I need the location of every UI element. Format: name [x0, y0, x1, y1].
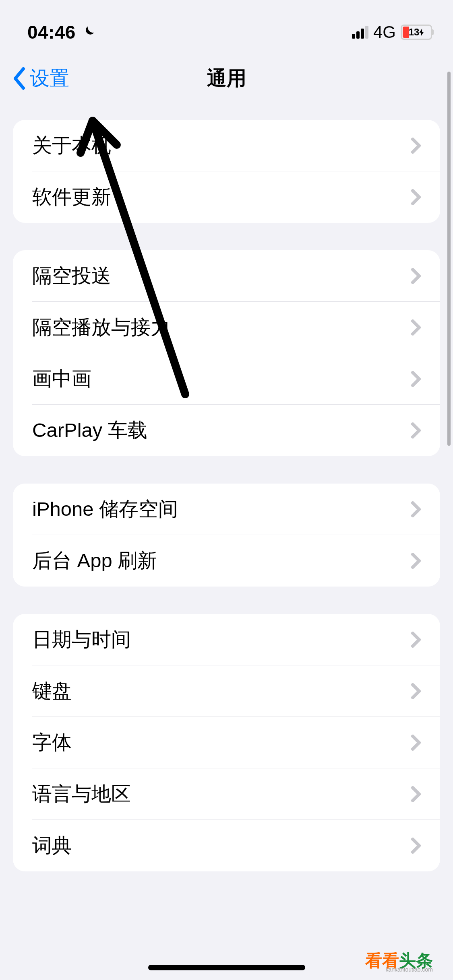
charging-icon: [419, 29, 424, 36]
chevron-left-icon: [12, 67, 27, 90]
back-label: 设置: [30, 65, 69, 92]
section-system: 日期与时间 键盘 字体 语言与地区 词典: [13, 614, 440, 871]
row-label: 隔空投送: [32, 263, 111, 289]
row-background-refresh[interactable]: 后台 App 刷新: [13, 535, 440, 587]
chevron-right-icon: [411, 268, 421, 284]
section-airdrop: 隔空投送 隔空播放与接力 画中画 CarPlay 车载: [13, 250, 440, 456]
status-right: 4G 13: [352, 23, 432, 42]
chevron-right-icon: [411, 422, 421, 439]
page-title: 通用: [207, 65, 246, 92]
row-label: CarPlay 车载: [32, 417, 147, 444]
row-airplay-handoff[interactable]: 隔空播放与接力: [13, 302, 440, 353]
status-time: 04:46: [27, 21, 76, 43]
chevron-right-icon: [411, 632, 421, 648]
chevron-right-icon: [411, 189, 421, 205]
row-label: 画中画: [32, 366, 91, 392]
row-label: 字体: [32, 729, 72, 756]
row-label: 关于本机: [32, 132, 111, 159]
row-software-update[interactable]: 软件更新: [13, 171, 440, 223]
watermark-url: kankantoutiao.com: [385, 966, 433, 973]
row-label: 日期与时间: [32, 626, 131, 653]
moon-icon: [81, 25, 96, 40]
chevron-right-icon: [411, 838, 421, 854]
row-carplay[interactable]: CarPlay 车载: [13, 405, 440, 456]
row-dictionary[interactable]: 词典: [13, 820, 440, 871]
back-button[interactable]: 设置: [12, 65, 69, 92]
battery-icon: 13: [401, 25, 432, 40]
row-language-region[interactable]: 语言与地区: [13, 768, 440, 820]
row-label: 语言与地区: [32, 781, 131, 807]
row-label: 软件更新: [32, 184, 111, 210]
row-keyboard[interactable]: 键盘: [13, 665, 440, 717]
chevron-right-icon: [411, 683, 421, 699]
chevron-right-icon: [411, 786, 421, 802]
chevron-right-icon: [411, 138, 421, 154]
home-indicator[interactable]: [148, 965, 305, 970]
content: 关于本机 软件更新 隔空投送 隔空播放与接力 画中画 CarPlay 车载 iP…: [0, 120, 453, 871]
row-date-time[interactable]: 日期与时间: [13, 614, 440, 665]
nav-bar: 设置 通用: [0, 52, 453, 105]
watermark: 看看头条 kankantoutiao.com: [365, 949, 433, 972]
row-airdrop[interactable]: 隔空投送: [13, 250, 440, 302]
row-label: 词典: [32, 832, 72, 859]
network-type: 4G: [373, 23, 396, 42]
status-bar: 04:46 4G 13: [0, 0, 453, 52]
row-pip[interactable]: 画中画: [13, 353, 440, 405]
battery-level: 13: [409, 27, 420, 38]
chevron-right-icon: [411, 371, 421, 387]
scroll-indicator[interactable]: [447, 72, 451, 446]
row-font[interactable]: 字体: [13, 717, 440, 768]
row-label: 键盘: [32, 678, 72, 704]
section-about: 关于本机 软件更新: [13, 120, 440, 223]
row-about[interactable]: 关于本机: [13, 120, 440, 171]
chevron-right-icon: [411, 319, 421, 336]
chevron-right-icon: [411, 501, 421, 517]
signal-icon: [352, 26, 368, 39]
chevron-right-icon: [411, 735, 421, 751]
status-left: 04:46: [27, 21, 96, 43]
row-label: iPhone 储存空间: [32, 496, 178, 523]
row-label: 隔空播放与接力: [32, 314, 170, 341]
chevron-right-icon: [411, 553, 421, 569]
row-label: 后台 App 刷新: [32, 548, 157, 574]
section-storage: iPhone 储存空间 后台 App 刷新: [13, 484, 440, 587]
row-iphone-storage[interactable]: iPhone 储存空间: [13, 484, 440, 535]
